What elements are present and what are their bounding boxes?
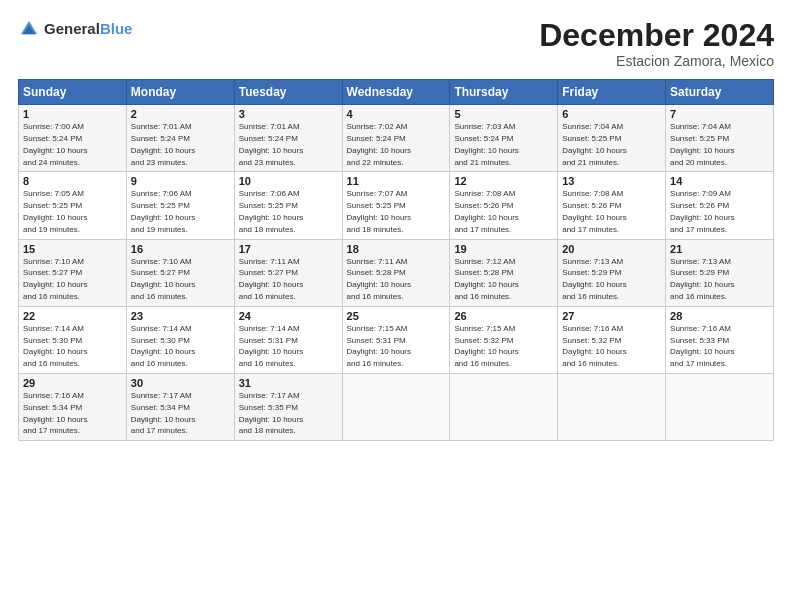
- calendar-week-row: 22Sunrise: 7:14 AMSunset: 5:30 PMDayligh…: [19, 306, 774, 373]
- col-saturday: Saturday: [666, 80, 774, 105]
- calendar-cell: 24Sunrise: 7:14 AMSunset: 5:31 PMDayligh…: [234, 306, 342, 373]
- day-info: Sunrise: 7:16 AMSunset: 5:34 PMDaylight:…: [23, 391, 87, 435]
- day-number: 31: [239, 377, 338, 389]
- col-wednesday: Wednesday: [342, 80, 450, 105]
- day-info: Sunrise: 7:02 AMSunset: 5:24 PMDaylight:…: [347, 122, 411, 166]
- day-number: 22: [23, 310, 122, 322]
- day-info: Sunrise: 7:10 AMSunset: 5:27 PMDaylight:…: [131, 257, 195, 301]
- col-thursday: Thursday: [450, 80, 558, 105]
- day-number: 12: [454, 175, 553, 187]
- calendar-cell: 12Sunrise: 7:08 AMSunset: 5:26 PMDayligh…: [450, 172, 558, 239]
- day-number: 30: [131, 377, 230, 389]
- day-number: 29: [23, 377, 122, 389]
- day-info: Sunrise: 7:06 AMSunset: 5:25 PMDaylight:…: [239, 189, 303, 233]
- calendar-cell: 22Sunrise: 7:14 AMSunset: 5:30 PMDayligh…: [19, 306, 127, 373]
- calendar-week-row: 8Sunrise: 7:05 AMSunset: 5:25 PMDaylight…: [19, 172, 774, 239]
- calendar-cell: 30Sunrise: 7:17 AMSunset: 5:34 PMDayligh…: [126, 373, 234, 440]
- day-number: 2: [131, 108, 230, 120]
- calendar-cell: 13Sunrise: 7:08 AMSunset: 5:26 PMDayligh…: [558, 172, 666, 239]
- day-number: 28: [670, 310, 769, 322]
- calendar-cell: 29Sunrise: 7:16 AMSunset: 5:34 PMDayligh…: [19, 373, 127, 440]
- day-number: 21: [670, 243, 769, 255]
- month-title: December 2024: [539, 18, 774, 53]
- day-info: Sunrise: 7:14 AMSunset: 5:31 PMDaylight:…: [239, 324, 303, 368]
- day-number: 20: [562, 243, 661, 255]
- calendar-cell: [666, 373, 774, 440]
- logo: GeneralBlue: [18, 18, 132, 40]
- calendar-cell: 11Sunrise: 7:07 AMSunset: 5:25 PMDayligh…: [342, 172, 450, 239]
- day-info: Sunrise: 7:16 AMSunset: 5:33 PMDaylight:…: [670, 324, 734, 368]
- day-info: Sunrise: 7:13 AMSunset: 5:29 PMDaylight:…: [562, 257, 626, 301]
- day-number: 18: [347, 243, 446, 255]
- day-number: 4: [347, 108, 446, 120]
- calendar-page: GeneralBlue December 2024 Estacion Zamor…: [0, 0, 792, 612]
- day-info: Sunrise: 7:14 AMSunset: 5:30 PMDaylight:…: [131, 324, 195, 368]
- calendar-cell: 17Sunrise: 7:11 AMSunset: 5:27 PMDayligh…: [234, 239, 342, 306]
- col-monday: Monday: [126, 80, 234, 105]
- day-info: Sunrise: 7:12 AMSunset: 5:28 PMDaylight:…: [454, 257, 518, 301]
- day-info: Sunrise: 7:15 AMSunset: 5:32 PMDaylight:…: [454, 324, 518, 368]
- calendar-cell: 3Sunrise: 7:01 AMSunset: 5:24 PMDaylight…: [234, 105, 342, 172]
- day-number: 13: [562, 175, 661, 187]
- day-number: 19: [454, 243, 553, 255]
- calendar-cell: [342, 373, 450, 440]
- day-number: 17: [239, 243, 338, 255]
- header: GeneralBlue December 2024 Estacion Zamor…: [18, 18, 774, 69]
- calendar-cell: 10Sunrise: 7:06 AMSunset: 5:25 PMDayligh…: [234, 172, 342, 239]
- day-info: Sunrise: 7:05 AMSunset: 5:25 PMDaylight:…: [23, 189, 87, 233]
- day-number: 26: [454, 310, 553, 322]
- logo-icon: [18, 18, 40, 40]
- calendar-cell: 28Sunrise: 7:16 AMSunset: 5:33 PMDayligh…: [666, 306, 774, 373]
- day-info: Sunrise: 7:00 AMSunset: 5:24 PMDaylight:…: [23, 122, 87, 166]
- day-number: 6: [562, 108, 661, 120]
- day-number: 15: [23, 243, 122, 255]
- calendar-cell: 27Sunrise: 7:16 AMSunset: 5:32 PMDayligh…: [558, 306, 666, 373]
- col-friday: Friday: [558, 80, 666, 105]
- day-number: 23: [131, 310, 230, 322]
- day-info: Sunrise: 7:04 AMSunset: 5:25 PMDaylight:…: [562, 122, 626, 166]
- calendar-cell: 6Sunrise: 7:04 AMSunset: 5:25 PMDaylight…: [558, 105, 666, 172]
- day-info: Sunrise: 7:16 AMSunset: 5:32 PMDaylight:…: [562, 324, 626, 368]
- day-number: 8: [23, 175, 122, 187]
- col-sunday: Sunday: [19, 80, 127, 105]
- day-info: Sunrise: 7:01 AMSunset: 5:24 PMDaylight:…: [239, 122, 303, 166]
- location-title: Estacion Zamora, Mexico: [539, 53, 774, 69]
- calendar-cell: 21Sunrise: 7:13 AMSunset: 5:29 PMDayligh…: [666, 239, 774, 306]
- day-number: 25: [347, 310, 446, 322]
- calendar-cell: 8Sunrise: 7:05 AMSunset: 5:25 PMDaylight…: [19, 172, 127, 239]
- day-info: Sunrise: 7:17 AMSunset: 5:34 PMDaylight:…: [131, 391, 195, 435]
- calendar-week-row: 15Sunrise: 7:10 AMSunset: 5:27 PMDayligh…: [19, 239, 774, 306]
- day-number: 24: [239, 310, 338, 322]
- day-info: Sunrise: 7:08 AMSunset: 5:26 PMDaylight:…: [562, 189, 626, 233]
- day-info: Sunrise: 7:01 AMSunset: 5:24 PMDaylight:…: [131, 122, 195, 166]
- day-number: 11: [347, 175, 446, 187]
- calendar-table: Sunday Monday Tuesday Wednesday Thursday…: [18, 79, 774, 441]
- calendar-cell: 15Sunrise: 7:10 AMSunset: 5:27 PMDayligh…: [19, 239, 127, 306]
- calendar-cell: 7Sunrise: 7:04 AMSunset: 5:25 PMDaylight…: [666, 105, 774, 172]
- day-info: Sunrise: 7:15 AMSunset: 5:31 PMDaylight:…: [347, 324, 411, 368]
- day-info: Sunrise: 7:03 AMSunset: 5:24 PMDaylight:…: [454, 122, 518, 166]
- calendar-cell: 2Sunrise: 7:01 AMSunset: 5:24 PMDaylight…: [126, 105, 234, 172]
- calendar-week-row: 29Sunrise: 7:16 AMSunset: 5:34 PMDayligh…: [19, 373, 774, 440]
- title-block: December 2024 Estacion Zamora, Mexico: [539, 18, 774, 69]
- calendar-cell: 26Sunrise: 7:15 AMSunset: 5:32 PMDayligh…: [450, 306, 558, 373]
- day-number: 3: [239, 108, 338, 120]
- day-info: Sunrise: 7:08 AMSunset: 5:26 PMDaylight:…: [454, 189, 518, 233]
- calendar-cell: 19Sunrise: 7:12 AMSunset: 5:28 PMDayligh…: [450, 239, 558, 306]
- day-number: 16: [131, 243, 230, 255]
- day-number: 1: [23, 108, 122, 120]
- calendar-cell: 25Sunrise: 7:15 AMSunset: 5:31 PMDayligh…: [342, 306, 450, 373]
- logo-text-blue: Blue: [100, 20, 133, 37]
- day-number: 10: [239, 175, 338, 187]
- day-info: Sunrise: 7:11 AMSunset: 5:28 PMDaylight:…: [347, 257, 411, 301]
- calendar-cell: 31Sunrise: 7:17 AMSunset: 5:35 PMDayligh…: [234, 373, 342, 440]
- calendar-cell: [558, 373, 666, 440]
- day-info: Sunrise: 7:06 AMSunset: 5:25 PMDaylight:…: [131, 189, 195, 233]
- col-tuesday: Tuesday: [234, 80, 342, 105]
- calendar-cell: 14Sunrise: 7:09 AMSunset: 5:26 PMDayligh…: [666, 172, 774, 239]
- day-info: Sunrise: 7:11 AMSunset: 5:27 PMDaylight:…: [239, 257, 303, 301]
- day-info: Sunrise: 7:07 AMSunset: 5:25 PMDaylight:…: [347, 189, 411, 233]
- calendar-cell: [450, 373, 558, 440]
- calendar-cell: 1Sunrise: 7:00 AMSunset: 5:24 PMDaylight…: [19, 105, 127, 172]
- calendar-cell: 5Sunrise: 7:03 AMSunset: 5:24 PMDaylight…: [450, 105, 558, 172]
